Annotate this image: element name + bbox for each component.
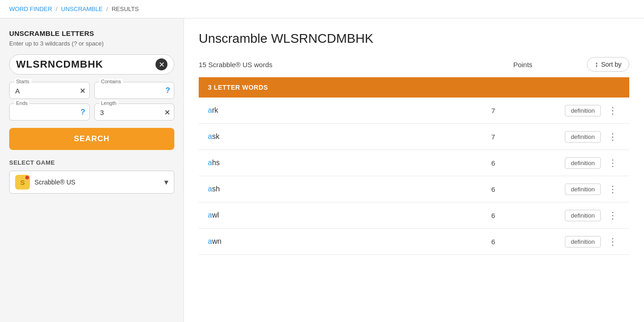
breadcrumb-unscramble[interactable]: UNSCRAMBLE [61, 6, 103, 12]
word-rest: rk [212, 106, 218, 114]
word-actions: definition ⋮ [565, 235, 620, 248]
contains-filter-box: Contains ? [94, 82, 175, 99]
select-game-label: SELECT GAME [9, 159, 174, 166]
word-actions: definition ⋮ [565, 156, 620, 169]
filter-starts-contains-row: Starts ✕ Contains ? [9, 82, 174, 99]
section-header: 3 LETTER WORDS [199, 77, 629, 98]
sort-icon: ↕ [595, 60, 598, 69]
definition-button[interactable]: definition [565, 131, 601, 143]
points-cell: 7 [491, 133, 565, 141]
breadcrumb: WORD FINDER / UNSCRAMBLE / RESULTS [0, 0, 644, 18]
word-rest: sk [212, 132, 219, 140]
points-cell: 6 [491, 159, 565, 167]
table-row: awn 6 definition ⋮ [199, 229, 629, 255]
word-rest: wn [212, 237, 221, 245]
contains-input[interactable] [100, 87, 169, 95]
word-cell: ahs [208, 159, 491, 167]
word-actions: definition ⋮ [565, 130, 620, 143]
ends-label: Ends [14, 100, 29, 106]
starts-label: Starts [14, 79, 31, 84]
starts-filter-box: Starts ✕ [9, 82, 90, 99]
ends-help-button[interactable]: ? [80, 108, 85, 117]
word-rest: hs [212, 159, 220, 167]
sidebar: UNSCRAMBLE LETTERS Enter up to 3 wildcar… [0, 18, 184, 322]
points-cell: 6 [491, 238, 565, 246]
game-select-arrow-icon: ▾ [164, 177, 168, 187]
word-first-letter: a [208, 237, 212, 245]
definition-button[interactable]: definition [565, 236, 601, 247]
game-icon: S [15, 175, 30, 190]
game-select-text: Scrabble® US [34, 178, 164, 186]
points-cell: 6 [491, 212, 565, 219]
word-actions: definition ⋮ [565, 183, 620, 196]
more-options-button[interactable]: ⋮ [605, 209, 620, 222]
table-row: ahs 6 definition ⋮ [199, 150, 629, 176]
game-icon-dot [25, 176, 29, 179]
letters-input-wrap: ✕ [9, 54, 174, 75]
ends-filter-box: Ends ? [9, 104, 90, 121]
breadcrumb-sep-1: / [56, 6, 58, 12]
table-row: ash 6 definition ⋮ [199, 176, 629, 202]
definition-button[interactable]: definition [565, 184, 601, 195]
word-cell: ask [208, 132, 491, 141]
word-first-letter: a [208, 211, 212, 219]
ends-input[interactable] [15, 109, 84, 116]
more-options-button[interactable]: ⋮ [605, 156, 620, 169]
page-title: Unscramble WLSRNCDMBHK [199, 31, 629, 46]
sort-by-label: Sort by [601, 61, 621, 68]
word-cell: awn [208, 237, 491, 246]
starts-input[interactable] [15, 87, 84, 95]
word-cell: awl [208, 211, 491, 219]
word-first-letter: a [208, 159, 212, 167]
definition-button[interactable]: definition [565, 210, 601, 221]
contains-help-button[interactable]: ? [166, 86, 170, 95]
word-actions: definition ⋮ [565, 104, 620, 117]
length-clear-button[interactable]: ✕ [164, 108, 170, 116]
word-first-letter: a [208, 106, 212, 114]
length-label: Length [99, 100, 119, 106]
word-cell: ark [208, 106, 491, 115]
word-actions: definition ⋮ [565, 209, 620, 222]
sort-by-button[interactable]: ↕ Sort by [587, 57, 629, 72]
search-button[interactable]: SEARCH [9, 128, 174, 150]
table-row: ark 7 definition ⋮ [199, 98, 629, 124]
filter-ends-length-row: Ends ? Length ✕ [9, 104, 174, 121]
sidebar-subtitle: Enter up to 3 wildcards (? or space) [9, 40, 174, 47]
sidebar-title: UNSCRAMBLE LETTERS [9, 29, 174, 37]
word-first-letter: a [208, 185, 212, 193]
results-header: 15 Scrabble® US words Points ↕ Sort by [199, 57, 629, 77]
points-cell: 6 [491, 185, 565, 193]
more-options-button[interactable]: ⋮ [605, 104, 620, 117]
breadcrumb-word-finder[interactable]: WORD FINDER [9, 6, 52, 12]
definition-button[interactable]: definition [565, 157, 601, 169]
game-select[interactable]: S Scrabble® US ▾ [9, 171, 174, 194]
more-options-button[interactable]: ⋮ [605, 130, 620, 143]
letters-clear-button[interactable]: ✕ [155, 58, 167, 70]
length-filter-box: Length ✕ [94, 104, 175, 121]
letters-input[interactable] [16, 58, 155, 70]
breadcrumb-sep-2: / [106, 6, 108, 12]
more-options-button[interactable]: ⋮ [605, 183, 620, 196]
word-list: ark 7 definition ⋮ ask 7 definition ⋮ ah… [199, 98, 629, 255]
content-area: Unscramble WLSRNCDMBHK 15 Scrabble® US w… [184, 18, 644, 322]
word-first-letter: a [208, 132, 212, 140]
definition-button[interactable]: definition [565, 105, 601, 116]
points-cell: 7 [491, 107, 565, 115]
more-options-button[interactable]: ⋮ [605, 235, 620, 248]
starts-clear-button[interactable]: ✕ [80, 86, 86, 95]
table-row: ask 7 definition ⋮ [199, 124, 629, 150]
results-count: 15 Scrabble® US words [199, 61, 513, 69]
length-input[interactable] [100, 109, 169, 116]
points-column-header: Points [513, 61, 587, 69]
word-rest: wl [212, 211, 219, 219]
contains-label: Contains [99, 79, 123, 84]
table-row: awl 6 definition ⋮ [199, 202, 629, 229]
word-cell: ash [208, 185, 491, 193]
breadcrumb-results: RESULTS [112, 6, 139, 12]
word-rest: sh [212, 185, 220, 193]
